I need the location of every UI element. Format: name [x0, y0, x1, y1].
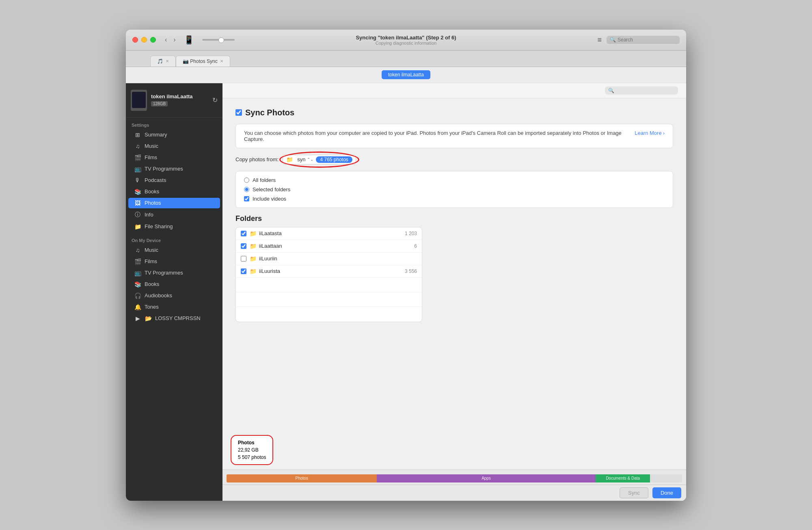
- folder-row[interactable]: 📁 iiLaatasta 1 203: [236, 227, 422, 240]
- sidebar-item-music[interactable]: ♫ Music: [128, 141, 220, 151]
- sync-photos-title: Sync Photos: [245, 108, 294, 117]
- window-title: Syncing "token ilmaLaatta" (Step 2 of 6): [356, 35, 456, 41]
- radio-selected-folders-input[interactable]: [244, 187, 249, 192]
- sidebar-item-lossy-device[interactable]: ▶ 📂 LOSSY CMPRSSN: [128, 313, 220, 324]
- device-capacity: 128GB: [151, 101, 168, 106]
- content-search-input[interactable]: 🔍: [605, 87, 678, 95]
- content-inner: Sync Photos You can choose which photos …: [222, 98, 686, 469]
- titlebar-right: ≡ 🔍: [597, 36, 686, 44]
- folder-row-empty: [236, 292, 422, 307]
- sidebar-item-podcasts[interactable]: 🎙 Podcasts: [128, 175, 220, 186]
- tab-photos-close-icon[interactable]: ✕: [220, 59, 223, 63]
- sidebar-device: token ilmaLaatta 128GB ↻: [126, 83, 222, 118]
- sidebar: token ilmaLaatta 128GB ↻ Settings ⊞ Summ…: [126, 83, 222, 501]
- folder-icon-2: 📁: [250, 243, 257, 249]
- sidebar-item-audiobooks-device[interactable]: 🎧 Audiobooks: [128, 290, 220, 301]
- folder-name-1: iiLaatasta: [259, 230, 405, 236]
- device-button[interactable]: token ilmaLaatta: [382, 70, 430, 79]
- tab-close-icon[interactable]: ✕: [166, 59, 169, 63]
- books-device-icon: 📚: [134, 281, 141, 288]
- photos-dropdown[interactable]: 📁 syn ⌃⌄ 4 765 photos: [283, 155, 356, 164]
- tab-music-icon: 🎵: [157, 58, 163, 64]
- maximize-button[interactable]: [150, 37, 156, 43]
- folder-row[interactable]: 📁 iiLuuriin: [236, 253, 422, 265]
- search-input[interactable]: [618, 37, 674, 43]
- sync-button[interactable]: Sync: [620, 487, 648, 498]
- radio-all-folders[interactable]: All folders: [244, 177, 665, 183]
- include-videos-checkbox[interactable]: [244, 196, 249, 201]
- close-button[interactable]: [132, 37, 138, 43]
- sidebar-item-films[interactable]: 🎬 Films: [128, 152, 220, 163]
- sidebar-item-summary[interactable]: ⊞ Summary: [128, 130, 220, 140]
- radio-selected-folders-label: Selected folders: [253, 186, 290, 193]
- sidebar-item-music-device[interactable]: ♫ Music: [128, 245, 220, 255]
- folder-name-2: iiLaattaan: [259, 243, 414, 249]
- tab-photos[interactable]: 📷 Photos Sync ✕: [176, 56, 230, 67]
- folder-dropdown-icon: 📁: [286, 156, 293, 163]
- folder-checkbox-1[interactable]: [241, 231, 246, 236]
- radio-selected-folders[interactable]: Selected folders: [244, 186, 665, 193]
- dropdown-arrow-icon: ⌃⌄: [307, 157, 313, 162]
- photos-count-badge: 4 765 photos: [316, 156, 352, 163]
- sidebar-item-label-books: Books: [145, 188, 159, 195]
- folder-row-empty: [236, 307, 422, 322]
- folder-icon-4: 📁: [250, 268, 257, 275]
- tones-device-icon: 🔔: [134, 304, 141, 310]
- sidebar-item-label-audiobooks-device: Audiobooks: [145, 292, 172, 299]
- films-icon: 🎬: [134, 154, 141, 161]
- learn-more-link[interactable]: Learn More ›: [635, 130, 665, 136]
- content-area: 🔍 Sync Photos You can choose which photo…: [222, 83, 686, 501]
- menu-icon[interactable]: ≡: [597, 36, 602, 44]
- sync-icon[interactable]: ↻: [212, 96, 218, 104]
- sidebar-item-label-info: Info: [145, 212, 153, 218]
- sidebar-item-photos[interactable]: 🖼 Photos: [128, 198, 220, 208]
- tab-music[interactable]: 🎵 ✕: [150, 56, 176, 67]
- content-search-field[interactable]: [616, 88, 673, 93]
- learn-more-chevron-icon: ›: [663, 130, 665, 136]
- folder-count-1: 1 203: [405, 231, 417, 236]
- tab-photos-label: 📷 Photos Sync: [183, 58, 218, 64]
- include-videos-label: Include videos: [253, 196, 286, 202]
- radio-all-folders-input[interactable]: [244, 177, 249, 183]
- sync-photos-checkbox[interactable]: [235, 109, 242, 116]
- sidebar-item-books-device[interactable]: 📚 Books: [128, 279, 220, 290]
- sidebar-item-label-podcasts: Podcasts: [145, 177, 166, 183]
- folder-row[interactable]: 📁 iiLuurista 3 556: [236, 265, 422, 278]
- sidebar-item-label-films: Films: [145, 154, 157, 160]
- folder-checkbox-4[interactable]: [241, 268, 246, 274]
- radio-all-folders-label: All folders: [253, 177, 276, 183]
- folder-name-3: iiLuuriin: [259, 255, 417, 262]
- tv-device-icon: 📺: [134, 270, 141, 276]
- sidebar-item-films-device[interactable]: 🎬 Films: [128, 256, 220, 267]
- file-sharing-icon: 📁: [134, 223, 141, 230]
- music-icon: ♫: [134, 143, 141, 149]
- sidebar-item-info[interactable]: ⓘ Info: [128, 209, 220, 221]
- bottom-area: Photos 22,92 GB 5 507 photos Photos Apps: [222, 469, 686, 501]
- photos-icon: 🖼: [134, 200, 141, 206]
- sidebar-item-books[interactable]: 📚 Books: [128, 186, 220, 197]
- folder-checkbox-2[interactable]: [241, 243, 246, 249]
- minimize-button[interactable]: [141, 37, 147, 43]
- include-videos-row: Include videos: [244, 196, 665, 202]
- folder-count-2: 6: [414, 243, 417, 249]
- search-bar[interactable]: 🔍: [607, 36, 680, 44]
- folder-checkbox-3[interactable]: [241, 256, 246, 262]
- sidebar-item-tv-device[interactable]: 📺 TV Programmes: [128, 268, 220, 278]
- done-button[interactable]: Done: [652, 487, 681, 498]
- films-device-icon: 🎬: [134, 258, 141, 265]
- sidebar-item-file-sharing[interactable]: 📁 File Sharing: [128, 221, 220, 232]
- sidebar-item-label-photos: Photos: [145, 200, 161, 206]
- copy-photos-dropdown-wrapper: 📁 syn ⌃⌄ 4 765 photos: [283, 155, 356, 164]
- sidebar-item-label-tv: TV Programmes: [145, 166, 183, 172]
- volume-slider[interactable]: [202, 39, 235, 41]
- storage-tooltip-box: Photos 22,92 GB 5 507 photos: [231, 435, 273, 465]
- back-button[interactable]: ‹: [162, 35, 169, 44]
- sidebar-item-tones-device[interactable]: 🔔 Tones: [128, 302, 220, 312]
- forward-button[interactable]: ›: [171, 35, 178, 44]
- sidebar-item-tv[interactable]: 📺 TV Programmes: [128, 164, 220, 174]
- folder-row[interactable]: 📁 iiLaattaan 6: [236, 240, 422, 253]
- traffic-lights: [126, 37, 156, 43]
- storage-tooltip-count: 5 507 photos: [238, 454, 266, 461]
- sidebar-item-label-music-device: Music: [145, 247, 158, 253]
- tv-icon: 📺: [134, 166, 141, 172]
